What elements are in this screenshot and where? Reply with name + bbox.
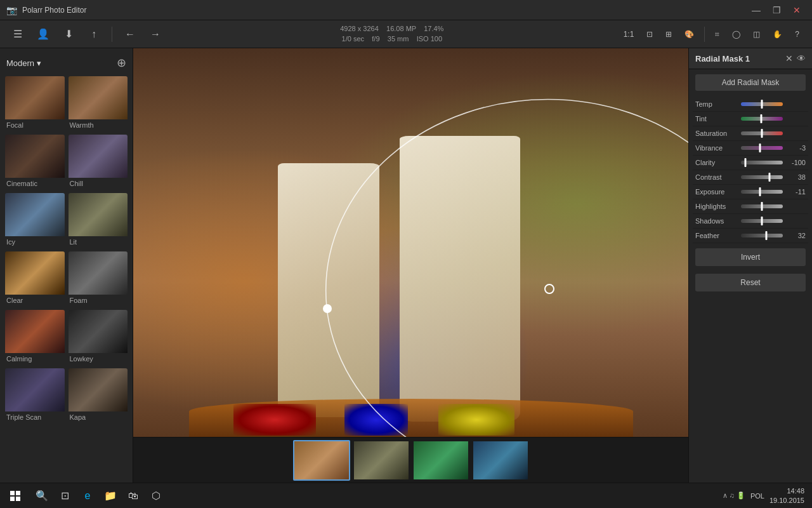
- preset-label-lit: Lit: [69, 236, 128, 248]
- split-button[interactable]: ◫: [748, 27, 765, 41]
- filmstrip: [133, 437, 688, 483]
- store-button[interactable]: 🛍: [122, 483, 145, 509]
- slider-track-feather[interactable]: [741, 234, 783, 237]
- preset-thumb-icy: [5, 193, 65, 236]
- maximize-button[interactable]: ❐: [768, 1, 785, 19]
- app-title: Polarr Photo Editor: [22, 6, 86, 15]
- slider-value-feather: 32: [785, 232, 806, 239]
- fit-button[interactable]: ⊡: [641, 27, 658, 41]
- help-button[interactable]: ?: [790, 27, 804, 41]
- preset-item-calming[interactable]: Calming: [5, 310, 65, 364]
- titlebar: 📷 Polarr Photo Editor — ❐ ✕: [0, 0, 812, 20]
- undo-button[interactable]: ←: [120, 24, 140, 44]
- taskbar-right: ∧ ♫ 🔋 POL 14:48 19.10.2015: [723, 486, 812, 505]
- slider-value-vibrance: -3: [785, 144, 806, 152]
- photo-canvas[interactable]: [133, 48, 688, 437]
- export-button[interactable]: ⬇: [58, 24, 79, 44]
- start-button[interactable]: [0, 483, 30, 509]
- slider-track-saturation[interactable]: [741, 131, 783, 135]
- edge-browser-button[interactable]: e: [76, 483, 99, 509]
- slider-label-clarity: Clarity: [695, 159, 738, 166]
- preset-item-triple[interactable]: Triple Scan: [5, 368, 65, 423]
- panel-title: Radial Mask 1: [695, 54, 750, 64]
- mask-center-handle[interactable]: [544, 284, 554, 294]
- slider-track-clarity[interactable]: [741, 161, 783, 164]
- app-icon-1[interactable]: ⬡: [145, 483, 167, 509]
- preset-thumb-clear: [5, 251, 65, 295]
- canvas-area: [133, 48, 688, 483]
- titlebar-controls: — ❐ ✕: [747, 1, 806, 19]
- slider-track-contrast[interactable]: [741, 175, 783, 179]
- mask-button[interactable]: ◯: [727, 27, 745, 41]
- toolbar-info: 4928 x 3264 16.08 MP 17.4% 1/0 sec f/9 3…: [340, 24, 443, 44]
- color-button[interactable]: 🎨: [679, 27, 699, 41]
- visibility-toggle[interactable]: 👁: [797, 53, 806, 64]
- close-mask-button[interactable]: ✕: [785, 53, 793, 64]
- slider-thumb-exposure: [759, 187, 761, 196]
- filmstrip-thumb-ft2: [354, 441, 409, 479]
- preset-thumb-lit: [69, 193, 128, 236]
- crop-button[interactable]: ⌗: [710, 27, 724, 41]
- slider-row-contrast: Contrast 38: [693, 170, 808, 185]
- preset-item-focal[interactable]: Focal: [5, 76, 65, 131]
- slider-track-tint[interactable]: [741, 117, 783, 121]
- search-taskbar-button[interactable]: 🔍: [30, 483, 53, 509]
- mode-dropdown-icon: ▾: [37, 58, 41, 68]
- preset-item-kapa[interactable]: Kapa: [69, 368, 128, 423]
- image-zoom: 17.4%: [424, 25, 443, 32]
- filmstrip-item-ft2[interactable]: [353, 440, 410, 481]
- slider-value-clarity: -100: [785, 159, 806, 166]
- preset-thumb-chill: [69, 135, 128, 178]
- slider-thumb-tint: [760, 114, 762, 123]
- slider-label-tint: Tint: [695, 115, 738, 123]
- system-tray-icons: ∧ ♫ 🔋: [723, 491, 745, 500]
- profile-button[interactable]: 👤: [33, 24, 53, 44]
- invert-button[interactable]: Invert: [695, 248, 806, 266]
- slider-value-contrast: 38: [785, 173, 806, 181]
- preset-item-cinematic[interactable]: Cinematic: [5, 135, 65, 189]
- reset-button[interactable]: Reset: [695, 274, 806, 291]
- preset-label-chill: Chill: [69, 178, 128, 189]
- filmstrip-thumb-ft3: [414, 441, 468, 479]
- language-indicator: POL: [750, 492, 764, 500]
- date-display: 19.10.2015: [769, 496, 804, 505]
- hand-button[interactable]: ✋: [768, 27, 787, 41]
- preset-item-clear[interactable]: Clear: [5, 251, 65, 306]
- preset-item-icy[interactable]: Icy: [5, 193, 65, 248]
- preset-item-lit[interactable]: Lit: [69, 193, 128, 248]
- slider-track-vibrance[interactable]: [741, 146, 783, 150]
- preset-item-warmth[interactable]: Warmth: [69, 76, 128, 131]
- add-preset-button[interactable]: ⊕: [117, 56, 126, 70]
- menu-button[interactable]: ☰: [8, 24, 28, 44]
- mode-selector[interactable]: Modern ▾: [6, 58, 41, 68]
- redo-button[interactable]: →: [145, 24, 166, 44]
- explorer-button[interactable]: 📁: [99, 483, 122, 509]
- slider-track-highlights[interactable]: [741, 204, 783, 208]
- add-radial-mask-button[interactable]: Add Radial Mask: [695, 74, 806, 91]
- minimize-button[interactable]: —: [747, 1, 765, 19]
- preset-label-icy: Icy: [5, 236, 65, 248]
- mask-edge-handle-left[interactable]: [323, 304, 332, 313]
- preset-item-lowkey[interactable]: Lowkey: [69, 310, 128, 364]
- filmstrip-item-ft4[interactable]: [472, 440, 529, 481]
- slider-thumb-highlights: [761, 202, 763, 211]
- grid-button[interactable]: ⊞: [660, 27, 677, 41]
- task-view-button[interactable]: ⊡: [53, 483, 76, 509]
- preset-label-cinematic: Cinematic: [5, 178, 65, 189]
- slider-track-temp[interactable]: [741, 102, 783, 106]
- share-button[interactable]: ↑: [84, 24, 104, 44]
- preset-item-foam[interactable]: Foam: [69, 251, 128, 306]
- slider-track-exposure[interactable]: [741, 190, 783, 194]
- image-dimensions: 4928 x 3264: [340, 25, 379, 32]
- mode-label: Modern: [6, 58, 34, 68]
- zoom-1-1-button[interactable]: 1:1: [619, 27, 639, 41]
- preset-item-chill[interactable]: Chill: [69, 135, 128, 189]
- filmstrip-item-ft1[interactable]: [293, 440, 350, 481]
- filmstrip-thumb-ft4: [473, 441, 528, 479]
- slider-track-shadows[interactable]: [741, 219, 783, 223]
- filmstrip-item-ft3[interactable]: [412, 440, 469, 481]
- close-button[interactable]: ✕: [788, 1, 806, 19]
- taskbar-clock[interactable]: 14:48 19.10.2015: [769, 486, 804, 505]
- preset-label-lowkey: Lowkey: [69, 353, 128, 364]
- slider-row-shadows: Shadows: [693, 214, 808, 229]
